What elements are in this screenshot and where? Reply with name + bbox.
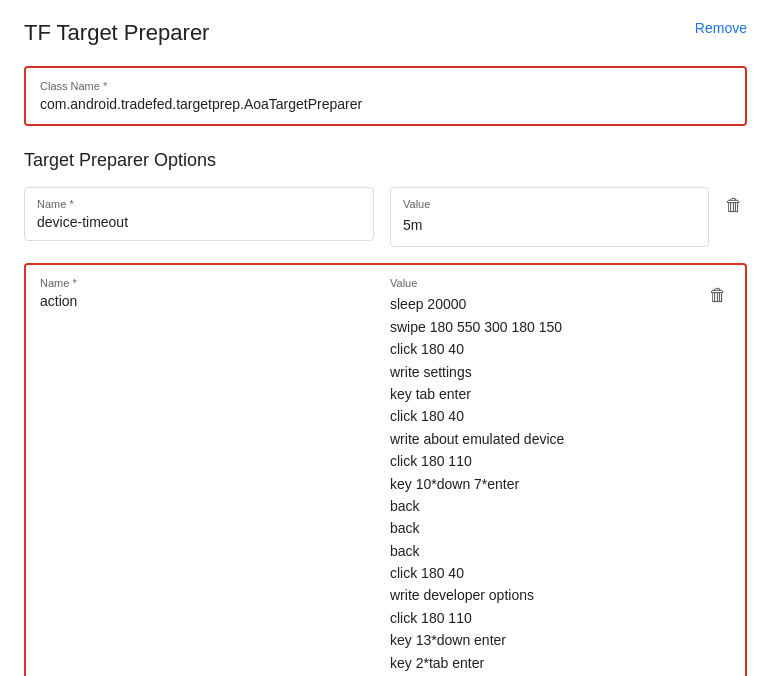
remove-button[interactable]: Remove [695,20,747,36]
value-label-2: Value [390,277,693,289]
name-label-2: Name * [40,277,374,289]
page-title: TF Target Preparer [24,20,209,46]
page-header: TF Target Preparer Remove [24,20,747,46]
name-label-1: Name * [37,198,361,210]
value-content-1: 5m [403,214,696,236]
name-field-1[interactable]: Name * device-timeout [24,187,374,241]
option-row-2-highlighted: Name * action Value sleep 20000 swipe 18… [24,263,747,676]
name-value-2: action [40,293,374,309]
delete-button-1[interactable]: 🗑 [721,187,747,224]
value-field-1[interactable]: Value 5m [390,187,709,247]
value-label-1: Value [403,198,696,210]
value-field-2[interactable]: Value sleep 20000 swipe 180 550 300 180 … [390,277,705,676]
name-value-1: device-timeout [37,214,361,230]
option-row-1: Name * device-timeout Value 5m 🗑 [24,187,747,247]
value-content-2: sleep 20000 swipe 180 550 300 180 150 cl… [390,293,693,676]
class-name-value: com.android.tradefed.targetprep.AoaTarge… [40,96,731,112]
class-name-label: Class Name * [40,80,731,92]
delete-button-2[interactable]: 🗑 [705,277,731,314]
class-name-section: Class Name * com.android.tradefed.target… [24,66,747,126]
name-field-2[interactable]: Name * action [40,277,390,309]
section-title: Target Preparer Options [24,150,747,171]
